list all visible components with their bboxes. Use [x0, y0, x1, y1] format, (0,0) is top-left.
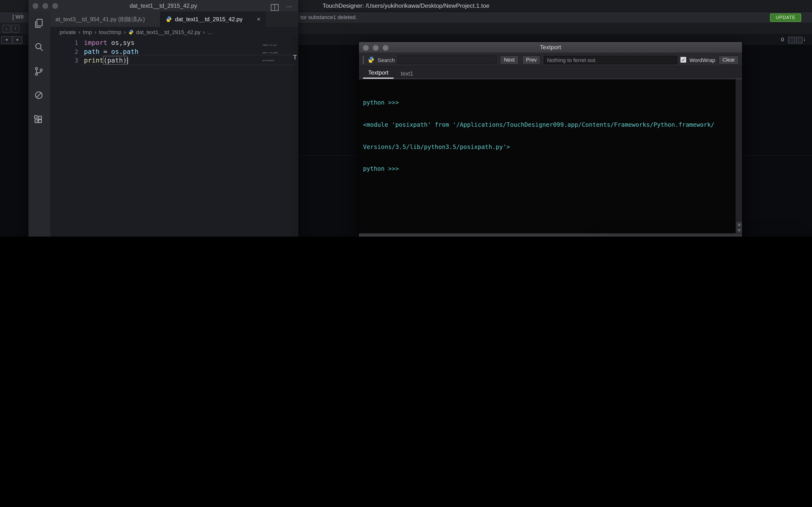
nav-right-icon[interactable]: ▶ [368, 236, 372, 237]
tab-label: at_text3__td_954_41.py (削除済み) [55, 15, 145, 23]
textport-tabs: Textport text1 [359, 67, 742, 79]
explorer-icon[interactable] [33, 18, 45, 30]
extensions-icon[interactable] [33, 114, 45, 126]
search-label: Search [377, 57, 395, 63]
minimap-line: import os,sys [262, 44, 288, 47]
screen: TouchDesigner: /Users/yukihorikawa/Deskt… [0, 0, 812, 237]
more-actions-icon[interactable]: ⋯ [286, 3, 292, 10]
tab-close-icon[interactable]: × [257, 15, 260, 23]
vscode-window: dat_text1__td_2915_42.py at_text3__td_95… [29, 0, 298, 237]
activity-bar: ⚙ [29, 11, 50, 237]
variable-token: path [84, 48, 103, 55]
chevron-icon: › [79, 29, 81, 35]
python-icon [128, 30, 134, 35]
prev-button[interactable]: Prev [522, 55, 541, 64]
source-control-icon[interactable] [33, 66, 45, 78]
next-button[interactable]: Next [500, 55, 519, 64]
textport-bottom-bar: ◀ ▶ [359, 233, 742, 237]
save-icon[interactable]: ↓ [3, 25, 10, 33]
operator-token: = [103, 48, 111, 55]
keyword-token: import [84, 39, 107, 47]
attribute-token: path [123, 48, 139, 55]
code-line-2[interactable]: path = os.path [84, 48, 139, 55]
textport-titlebar[interactable]: Textport [359, 42, 742, 53]
search-status-field: Nothing to ferret out. [544, 56, 678, 64]
breadcrumb-item[interactable]: private [59, 29, 76, 35]
minimap-line: path = os.path [262, 52, 288, 54]
clear-button[interactable]: Clear [718, 55, 739, 64]
tab-label: dat_text1__td_2915_42.py [175, 16, 242, 22]
chevron-icon: › [124, 29, 126, 35]
operator-token: . [119, 48, 123, 55]
line-number: 2 [65, 48, 78, 55]
editor-scrollbar[interactable] [293, 37, 298, 237]
export-icon[interactable]: ↑ [11, 25, 19, 33]
td-left-fragment-text: [ WII [12, 13, 23, 20]
tab-text1[interactable]: text1 [396, 68, 418, 79]
line-number: 1 [65, 39, 78, 47]
nav-left-icon[interactable]: ◀ [362, 236, 366, 237]
code-token: os,sys [107, 39, 135, 47]
console-line: python >>> [363, 99, 735, 106]
breadcrumb-item[interactable]: tmp [83, 29, 92, 35]
minimap[interactable]: import os,sys path = os.path print(path) [262, 39, 288, 67]
breadcrumb-item[interactable]: dat_text1__td_2915_42.py [136, 29, 200, 35]
wordwrap-label: WordWrap [690, 57, 715, 63]
drag-handle[interactable] [362, 55, 365, 64]
vscode-window-title: dat_text1__td_2915_42.py [29, 0, 298, 11]
wordwrap-checkbox[interactable]: ✓ [680, 57, 686, 63]
search-input[interactable] [398, 55, 497, 64]
minimap-line: print(path) [262, 59, 288, 62]
module-token: os [111, 48, 119, 55]
code-line-1[interactable]: import os,sys [84, 39, 135, 47]
search-icon[interactable] [33, 41, 45, 54]
breadcrumb-more[interactable]: ... [207, 29, 212, 35]
console-line: <module 'posixpath' from '/Applications/… [363, 121, 735, 128]
corner-down-icon[interactable]: ↓ [803, 36, 806, 42]
textport-title: Textport [359, 42, 742, 53]
scroll-down-icon[interactable]: ▼ [737, 228, 742, 233]
tab-textport[interactable]: Textport [363, 67, 394, 79]
update-button[interactable]: UPDATE [770, 13, 801, 22]
window-toggle-icon[interactable] [796, 37, 803, 44]
vscode-tabbar: at_text3__td_954_41.py (削除済み) dat_text1_… [50, 11, 298, 27]
split-editor-icon[interactable] [271, 4, 278, 11]
chevron-icon: › [203, 29, 205, 35]
textport-console[interactable]: python >>> <module 'posixpath' from '/Ap… [359, 79, 735, 233]
textport-window: Textport Search Next Prev Nothing to fer… [358, 41, 743, 237]
viewer-toggle-icon[interactable] [788, 37, 795, 44]
vscode-titlebar[interactable]: dat_text1__td_2915_42.py [29, 0, 298, 11]
left-dropdown-icon[interactable]: ▾ [1, 36, 12, 44]
console-line: Versions/3.5/lib/python3.5/posixpath.py'… [363, 143, 735, 151]
tab-deleted-file[interactable]: at_text3__td_954_41.py (削除済み) [50, 11, 160, 27]
python-icon [166, 16, 172, 22]
partial-letter: T [293, 54, 297, 61]
console-scrollbar[interactable]: ▲ ▼ [735, 79, 742, 233]
console-line: python >>> [363, 165, 735, 172]
chevron-icon: › [95, 29, 96, 35]
python-icon [367, 56, 374, 63]
bracket-highlight: (path) [103, 56, 127, 64]
scroll-up-icon[interactable]: ▲ [737, 222, 742, 227]
run-debug-icon[interactable] [33, 90, 45, 102]
td-notification-text: tor substance1 deleted. [300, 14, 357, 20]
text-cursor [128, 57, 128, 64]
line-number: 3 [65, 57, 78, 64]
tab-active-file[interactable]: dat_text1__td_2915_42.py × [160, 11, 266, 27]
function-token: print [84, 56, 103, 64]
breadcrumb[interactable]: private › tmp › touchtmp › dat_text1__td… [50, 27, 298, 37]
error-count: 0 [781, 36, 784, 43]
textport-search-bar: Search Next Prev Nothing to ferret out. … [359, 53, 742, 67]
left-dropdown-icon-2[interactable]: ▾ [12, 36, 22, 44]
code-line-3[interactable]: print(path) [84, 56, 128, 64]
breadcrumb-item[interactable]: touchtmp [99, 29, 121, 35]
